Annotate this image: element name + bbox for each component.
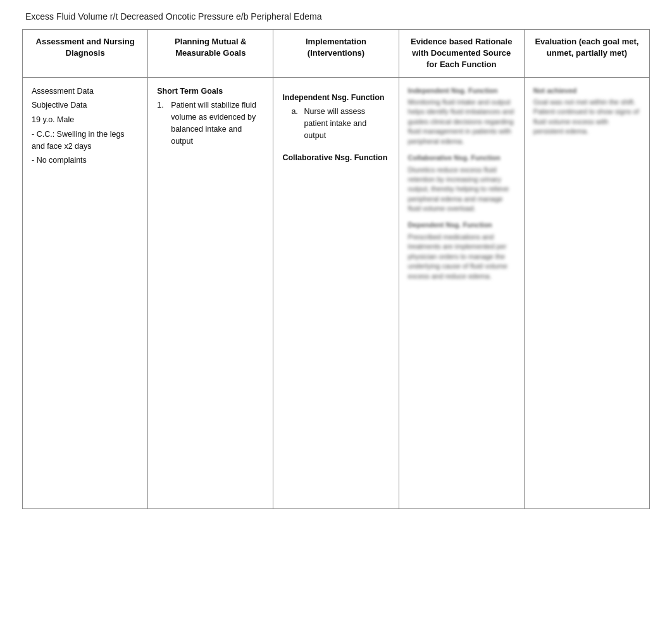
planning-cell: Short Term Goals 1. Patient will stabili… [148,78,273,508]
assessment-line2: Subjective Data [32,99,139,111]
header-evidence: Evidence based Rationale with Documented… [399,30,525,77]
assessment-line5: - No complaints [32,155,139,167]
nursing-care-plan-table: Assessment and Nursing Diagnosis Plannin… [22,29,650,509]
header-assessment: Assessment and Nursing Diagnosis [23,30,148,77]
evaluation-cell: Not achieved Goal was not met within the… [525,78,649,508]
header-evaluation: Evaluation (each goal met, unmet, partia… [525,30,649,77]
evidence-label-2: Collaborative Nsg. Function [408,153,515,163]
table-header: Assessment and Nursing Diagnosis Plannin… [23,30,649,78]
evidence-text-3: Prescribed medications and treatments ar… [408,232,515,281]
assessment-line4: - C.C.: Swelling in the legs and face x2… [32,129,139,153]
short-term-title: Short Term Goals [157,85,264,98]
evaluation-label: Not achieved [533,85,640,96]
evidence-section-2: Collaborative Nsg. Function Diuretics re… [408,153,515,213]
collaborative-nsg-title: Collaborative Nsg. Function [282,152,389,164]
nsg-letter-a: a. [291,106,301,141]
evaluation-text: Goal was not met within the shift. Patie… [533,98,640,137]
evidence-label-1: Independent Nsg. Function [408,85,515,96]
goal-item-1: 1. Patient will stabilize fluid volume a… [157,99,264,147]
assessment-cell: Assessment Data Subjective Data 19 y.o. … [23,78,148,508]
independent-nsg-title: Independent Nsg. Function [282,92,389,104]
evidence-section-1: Independent Nsg. Function Monitoring flu… [408,85,515,146]
evidence-text-1: Monitoring fluid intake and output helps… [408,98,515,146]
implementation-cell: Independent Nsg. Function a. Nurse will … [273,78,399,508]
assessment-line3: 19 y.o. Male [32,114,139,126]
evidence-cell: Independent Nsg. Function Monitoring flu… [399,78,525,508]
evidence-section-3: Dependent Nsg. Function Prescribed medic… [408,220,515,281]
evidence-text-2: Diuretics reduce excess fluid retention … [408,165,515,214]
goal-number: 1. [157,99,167,147]
assessment-line1: Assessment Data [32,85,139,98]
goal-text: Patient will stabilize fluid volume as e… [171,99,264,147]
page-title: Excess Fluid Volume r/t Decreased Oncoti… [0,0,672,29]
header-planning: Planning Mutual & Measurable Goals [148,30,273,77]
evidence-label-3: Dependent Nsg. Function [408,220,515,230]
nsg-item-a-text: Nurse will assess patient intake and out… [304,106,389,141]
table-body: Assessment Data Subjective Data 19 y.o. … [23,78,649,508]
independent-nsg-item-a: a. Nurse will assess patient intake and … [291,106,389,141]
header-implementation: Implementation (Interventions) [273,30,399,77]
